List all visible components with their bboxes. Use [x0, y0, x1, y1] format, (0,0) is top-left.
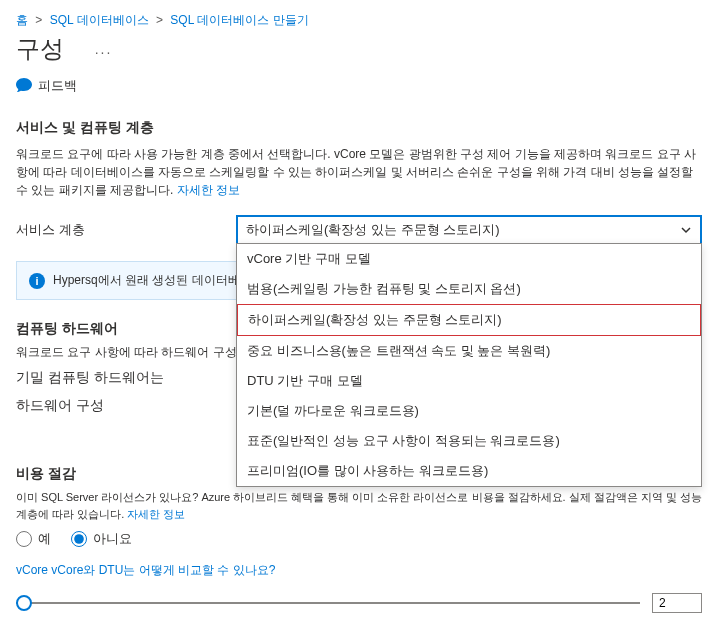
page-title: 구성 ··· [16, 33, 702, 65]
chevron-down-icon [680, 224, 692, 236]
info-banner-text: Hypersq에서 원래 생성된 데이터베이스 [53, 272, 264, 289]
cost-savings-desc: 이미 SQL Server 라이선스가 있나요? Azure 하이브리드 혜택을… [16, 489, 702, 522]
dropdown-option[interactable]: 기본(덜 까다로운 워크로드용) [237, 396, 701, 426]
dropdown-option[interactable]: 프리미엄(IO를 많이 사용하는 워크로드용) [237, 456, 701, 486]
page-title-dots[interactable]: ··· [95, 44, 113, 60]
dropdown-option[interactable]: 하이퍼스케일(확장성 있는 주문형 스토리지) [237, 304, 701, 336]
feedback-button[interactable]: 피드백 [16, 77, 77, 95]
service-tier-description: 워크로드 요구에 따라 사용 가능한 계층 중에서 선택합니다. vCore 모… [16, 145, 702, 199]
radio-yes-label: 예 [38, 530, 51, 548]
vcore-slider[interactable] [16, 593, 640, 613]
feedback-label: 피드백 [38, 77, 77, 95]
service-tier-label: 서비스 계층 [16, 215, 236, 239]
radio-yes[interactable]: 예 [16, 530, 51, 548]
service-tier-section-title: 서비스 및 컴퓨팅 계층 [16, 119, 702, 137]
info-icon: i [29, 273, 45, 289]
radio-no[interactable]: 아니요 [71, 530, 132, 548]
breadcrumb-create-db[interactable]: SQL 데이터베이스 만들기 [170, 13, 308, 27]
slider-track [16, 602, 640, 604]
service-tier-dropdown[interactable]: 하이퍼스케일(확장성 있는 주문형 스토리지) [236, 215, 702, 245]
page-title-text: 구성 [16, 35, 64, 62]
service-tier-selected: 하이퍼스케일(확장성 있는 주문형 스토리지) [246, 221, 500, 239]
radio-yes-input[interactable] [16, 531, 32, 547]
breadcrumb-separator: > [156, 13, 163, 27]
breadcrumb-separator: > [35, 13, 42, 27]
radio-no-input[interactable] [71, 531, 87, 547]
dropdown-option[interactable]: 범용(스케일링 가능한 컴퓨팅 및 스토리지 옵션) [237, 274, 701, 304]
dropdown-option: DTU 기반 구매 모델 [237, 366, 701, 396]
breadcrumb: 홈 > SQL 데이터베이스 > SQL 데이터베이스 만들기 [16, 12, 702, 29]
breadcrumb-sql-db[interactable]: SQL 데이터베이스 [50, 13, 149, 27]
feedback-icon [16, 78, 32, 94]
dropdown-option: vCore 기반 구매 모델 [237, 244, 701, 274]
vcore-slider-value[interactable] [652, 593, 702, 613]
service-tier-dropdown-list: vCore 기반 구매 모델범용(스케일링 가능한 컴퓨팅 및 스토리지 옵션)… [236, 243, 702, 487]
dropdown-option[interactable]: 표준(일반적인 성능 요구 사항이 적용되는 워크로드용) [237, 426, 701, 456]
radio-no-label: 아니요 [93, 530, 132, 548]
dropdown-option[interactable]: 중요 비즈니스용(높은 트랜잭션 속도 및 높은 복원력) [237, 336, 701, 366]
svg-text:i: i [35, 275, 38, 287]
breadcrumb-home[interactable]: 홈 [16, 13, 28, 27]
cost-more-info-link[interactable]: 자세한 정보 [127, 508, 185, 520]
compare-vcore-dtu-link[interactable]: vCore vCore와 DTU는 어떻게 비교할 수 있나요? [16, 562, 702, 579]
more-info-link[interactable]: 자세한 정보 [177, 183, 240, 197]
slider-thumb[interactable] [16, 595, 32, 611]
